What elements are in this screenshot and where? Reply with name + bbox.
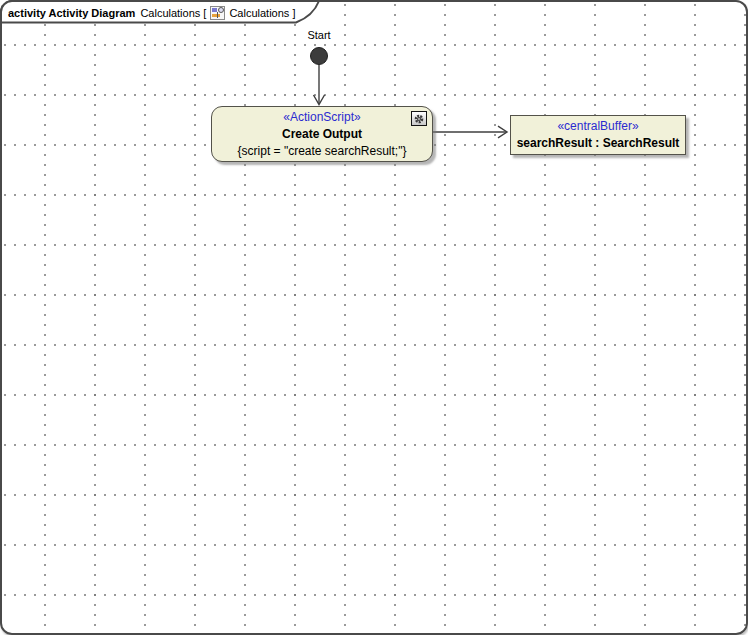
action-name: Create Output	[282, 126, 362, 143]
frame-header-label: activity Activity Diagram Calculations […	[8, 4, 295, 21]
initial-node-label: Start	[307, 29, 330, 41]
edge-arrowhead-down	[314, 95, 325, 105]
initial-node[interactable]	[310, 47, 328, 65]
gear-glyph	[414, 114, 424, 124]
buffer-stereotype: «centralBuffer»	[557, 118, 638, 135]
activity-diagram-icon	[210, 6, 225, 20]
diagram-canvas[interactable]: activity Activity Diagram Calculations […	[0, 0, 748, 635]
buffer-name: searchResult : SearchResult	[517, 135, 680, 152]
diagram-icon-detail	[212, 14, 220, 17]
edge-arrowhead-right	[498, 126, 507, 138]
gear-icon[interactable]	[411, 111, 427, 126]
central-buffer-node[interactable]: «centralBuffer» searchResult : SearchRes…	[510, 115, 686, 155]
action-script-text: {script = "create searchResult;"}	[238, 143, 407, 160]
action-node[interactable]: «ActionScript» Create Output {script = "…	[211, 106, 433, 162]
frame-title: activity Activity Diagram	[8, 7, 135, 19]
frame-context-label: Calculations [	[140, 7, 206, 19]
control-flow-edges	[0, 0, 748, 635]
action-stereotype: «ActionScript»	[283, 109, 360, 126]
diagram-icon-detail	[218, 7, 224, 13]
frame-diagram-name: Calculations ]	[229, 7, 295, 19]
